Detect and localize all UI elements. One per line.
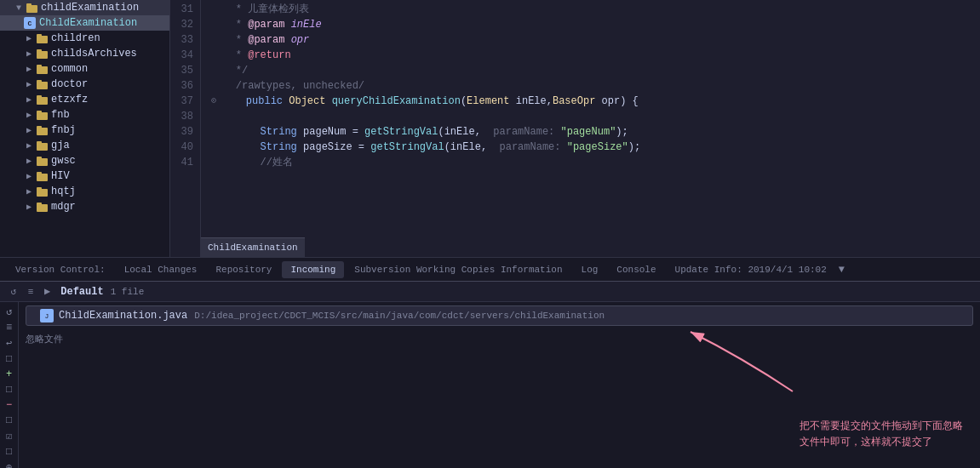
icon-box4[interactable]: □ <box>2 446 17 458</box>
expand-arrow: ▶ <box>24 156 34 166</box>
icon-box2[interactable]: □ <box>2 384 17 396</box>
svg-rect-25 <box>37 203 42 206</box>
tree-label: childExamination <box>41 2 139 14</box>
folder-icon <box>36 124 48 136</box>
tree-item-common[interactable]: ▶ common <box>0 61 169 77</box>
icon-add[interactable]: + <box>2 368 17 380</box>
annotation-group: 把不需要提交的文件拖动到下面忽略 文件中即可，这样就不提交了 <box>799 419 963 451</box>
expand-arrow: ▶ <box>24 186 34 197</box>
ignore-label: 忽略文件 <box>19 329 980 347</box>
folder-icon <box>36 201 48 213</box>
svg-rect-19 <box>37 157 42 160</box>
tree-label: childsArchives <box>51 48 137 60</box>
code-line-33: * @param opr <box>211 32 980 48</box>
file-count: 1 file <box>111 287 145 297</box>
expand-arrow: ▶ <box>24 49 34 59</box>
refresh-btn[interactable]: ↺ <box>7 285 20 299</box>
svg-rect-1 <box>26 3 32 7</box>
file-row-childexamination[interactable]: J ChildExamination.java D:/idea_project/… <box>26 305 973 326</box>
code-line-38 <box>211 109 980 124</box>
code-line-37: ⊙ public Object queryChildExamination(El… <box>211 94 980 109</box>
tree-item-gwsc[interactable]: ▶ gwsc <box>0 153 169 168</box>
tab-incoming[interactable]: Incoming <box>282 261 344 278</box>
panel-main-content: J ChildExamination.java D:/idea_project/… <box>19 302 980 468</box>
expand-arrow: ▶ <box>24 64 34 74</box>
code-line-34: * @return <box>211 48 980 63</box>
svg-rect-7 <box>37 65 42 68</box>
annotation-text: 把不需要提交的文件拖动到下面忽略 文件中即可，这样就不提交了 <box>799 419 963 451</box>
folder-icon <box>36 32 48 44</box>
expand-arrow: ▶ <box>24 202 34 212</box>
tree-item-hqtj[interactable]: ▶ hqtj <box>0 184 169 199</box>
panel-header: ↺ ≡ ▶ Default 1 file <box>0 282 980 302</box>
tree-item-gja[interactable]: ▶ gja <box>0 138 169 153</box>
svg-rect-13 <box>37 111 42 114</box>
class-icon: C <box>24 17 36 29</box>
expand-arrow: ▶ <box>24 171 34 181</box>
expand-arrow: ▶ <box>24 140 34 151</box>
code-line-40: String pageSize = getStringVal(inEle, pa… <box>211 140 980 155</box>
tree-item-children[interactable]: ▶ children <box>0 31 169 46</box>
tree-label: gwsc <box>51 155 76 167</box>
dropdown-arrow[interactable]: ▼ <box>839 264 845 276</box>
tree-item-fnbj[interactable]: ▶ fnbj <box>0 123 169 138</box>
tree-item-mdgr[interactable]: ▶ mdgr <box>0 199 169 214</box>
tree-label: doctor <box>51 78 88 90</box>
tab-svn-info[interactable]: Subversion Working Copies Information <box>346 261 570 278</box>
tree-item-hiv[interactable]: ▶ HIV <box>0 168 169 184</box>
line-numbers: 31 32 33 34 35 36 37 38 39 40 41 <box>170 0 201 257</box>
tree-label: common <box>51 63 88 75</box>
bottom-tab-bar: Version Control: Local Changes Repositor… <box>0 257 980 281</box>
svg-rect-5 <box>37 49 42 53</box>
file-path: D:/idea_project/CDCT_MCIS/src/main/java/… <box>194 311 605 321</box>
icon-box3[interactable]: □ <box>2 414 17 426</box>
folder-icon <box>36 48 48 60</box>
tree-item-fnb[interactable]: ▶ fnb <box>0 107 169 123</box>
code-line-35: */ <box>211 63 980 78</box>
folder-icon <box>36 63 48 75</box>
tree-item-doctor[interactable]: ▶ doctor <box>0 77 169 92</box>
expand-arrow: ▶ <box>24 110 34 120</box>
code-editor: 31 32 33 34 35 36 37 38 39 40 41 * 儿童体检列… <box>170 0 980 257</box>
tree-label-selected: ChildExamination <box>39 17 137 29</box>
icon-check[interactable]: ☑ <box>2 430 17 442</box>
tree-label: HIV <box>51 170 70 182</box>
tree-item-etzxfz[interactable]: ▶ etzxfz <box>0 92 169 107</box>
icon-list[interactable]: ≡ <box>2 322 17 334</box>
panel-body: ↺ ≡ ↩ □ + □ − □ ☑ □ ⊕ □ J ChildExaminati… <box>0 302 980 468</box>
tree-item-childsarchives[interactable]: ▶ childsArchives <box>0 46 169 61</box>
filename-tooltip: ChildExamination <box>201 237 305 257</box>
tree-label: gja <box>51 140 70 151</box>
tree-label: etzxfz <box>51 94 88 106</box>
folder-icon <box>36 94 48 106</box>
tree-item-childexamination-class[interactable]: C ChildExamination <box>0 15 169 31</box>
tab-local-changes[interactable]: Local Changes <box>116 261 206 278</box>
tree-label: hqtj <box>51 185 76 197</box>
folder-icon <box>36 109 48 121</box>
icon-circle-plus[interactable]: ⊕ <box>2 461 17 468</box>
expand-arrow: ▶ <box>24 125 34 135</box>
icon-refresh[interactable]: ↺ <box>2 305 17 318</box>
icon-box1[interactable]: □ <box>2 353 17 365</box>
svg-rect-21 <box>37 172 42 175</box>
collapse-all-btn[interactable]: ≡ <box>24 285 37 299</box>
icon-minus[interactable]: − <box>2 399 17 411</box>
svg-rect-9 <box>37 80 42 83</box>
java-file-icon: J <box>40 309 54 322</box>
tab-version-control[interactable]: Version Control: <box>7 261 114 278</box>
tree-item-childexamination[interactable]: ▼ childExamination <box>0 0 169 15</box>
tab-update-info[interactable]: Update Info: 2019/4/1 10:02 <box>667 261 835 278</box>
tab-repository[interactable]: Repository <box>207 261 280 278</box>
folder-icon <box>26 2 37 14</box>
icon-undo[interactable]: ↩ <box>2 337 17 350</box>
svg-rect-3 <box>37 34 42 37</box>
code-line-31: * 儿童体检列表 <box>211 2 980 17</box>
file-tree: ▼ childExamination C ChildExamination ▶ … <box>0 0 170 257</box>
folder-icon <box>36 78 48 90</box>
folder-icon <box>36 185 48 197</box>
folder-icon <box>36 155 48 167</box>
code-content-area[interactable]: * 儿童体检列表 * @param inEle * @param opr * @… <box>201 0 980 257</box>
panel-left-icons: ↺ ≡ ↩ □ + □ − □ ☑ □ ⊕ □ <box>0 302 19 468</box>
tab-log[interactable]: Log <box>573 261 607 278</box>
tab-console[interactable]: Console <box>608 261 664 278</box>
